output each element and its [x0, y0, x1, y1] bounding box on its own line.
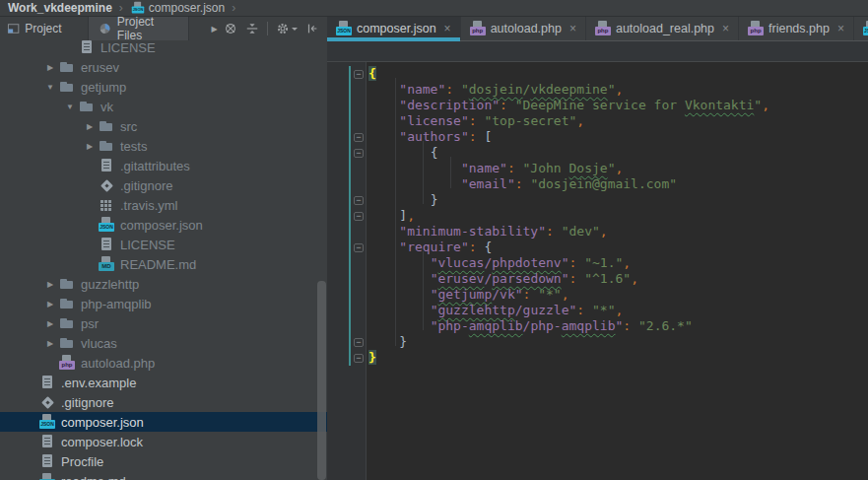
close-tab-icon[interactable]: × — [569, 24, 576, 34]
tree-item-vlucas[interactable]: ▶vlucas — [0, 333, 327, 353]
chevron-collapsed-icon[interactable]: ▶ — [41, 300, 59, 309]
tree-item-label: .gitattributes — [120, 159, 190, 173]
tree-item-php-amqplib[interactable]: ▶php-amqplib — [0, 294, 327, 313]
tree-item-label: tests — [120, 139, 147, 154]
navigation-bar: Work_vkdeepmine › composer.json › — [0, 0, 868, 17]
indent-guide — [450, 157, 451, 188]
tree-item-readme-md[interactable]: readme.md — [0, 471, 327, 480]
tree-item-composer-json[interactable]: composer.json — [0, 412, 327, 432]
breadcrumb-chevron-icon: › — [232, 1, 235, 15]
tree-item-label: vk — [100, 100, 113, 114]
project-tab-label[interactable]: Project — [25, 22, 61, 35]
close-tab-icon[interactable]: × — [444, 24, 451, 34]
chevron-collapsed-icon[interactable]: ▶ — [81, 122, 99, 131]
project-toolwindow-icon — [7, 22, 20, 35]
code-line-1: { — [368, 66, 868, 82]
tree-item--env-example[interactable]: .env.example — [0, 373, 327, 392]
fold-marker-line-10[interactable]: − — [354, 212, 364, 221]
tree-item-vk[interactable]: ▼vk — [0, 97, 327, 116]
chevron-collapsed-icon[interactable]: ▶ — [41, 280, 59, 289]
tree-item-composer-json[interactable]: composer.json — [0, 215, 327, 235]
fold-marker-line-1[interactable]: − — [354, 70, 364, 79]
tree-item-autoload-php[interactable]: autoload.php — [0, 353, 327, 373]
indent-guide — [423, 251, 424, 330]
tree-item-guzzlehttp[interactable]: ▶guzzlehttp — [0, 274, 327, 294]
chevron-collapsed-icon[interactable]: ▶ — [41, 319, 59, 328]
editor-tab-bar: composer.json×autoload.php×autoload_real… — [327, 17, 868, 41]
editor-tab-autoload-php[interactable]: autoload.php× — [461, 17, 586, 40]
fold-marker-line-12[interactable]: − — [354, 243, 364, 252]
page-file-icon — [79, 39, 95, 55]
json-file-icon — [99, 217, 114, 233]
chevron-collapsed-icon[interactable]: ▶ — [81, 142, 99, 151]
json-file-icon — [132, 2, 144, 14]
page-file-icon — [99, 158, 114, 173]
tree-item-erusev[interactable]: ▶erusev — [0, 57, 327, 77]
tree-item-readme-md[interactable]: README.md — [0, 254, 327, 274]
close-tab-icon[interactable]: × — [722, 24, 729, 34]
tree-item-composer-lock[interactable]: composer.lock — [0, 432, 327, 451]
code-line-9: } — [368, 192, 868, 208]
code-area[interactable]: { "name": "dosjein/vkdeepmine", "descrip… — [367, 62, 868, 480]
vcs-change-stripe — [349, 66, 351, 366]
tree-item-label: Procfile — [61, 454, 103, 469]
editor-pane: composer.json×autoload.php×autoload_real… — [327, 17, 868, 480]
chevron-collapsed-icon[interactable]: ▶ — [41, 63, 59, 72]
folder-icon — [79, 99, 95, 114]
tree-item-getjump[interactable]: ▼getjump — [0, 77, 327, 97]
php-file-icon — [748, 21, 764, 36]
close-tab-icon[interactable]: × — [837, 24, 844, 34]
breadcrumb-project[interactable]: Work_vkdeepmine — [8, 1, 112, 15]
tab-label: composer.json — [357, 22, 436, 35]
editor-body: −−−−−−−− { "name": "dosjein/vkdeepmine",… — [327, 62, 868, 480]
tree-item-label: erusev — [81, 60, 119, 75]
tree-item-label: getjump — [81, 80, 126, 95]
tab-label: friends.php — [768, 22, 830, 35]
tree-item-src[interactable]: ▶src — [0, 116, 327, 136]
editor-tab-autoload-real-php[interactable]: autoload_real.php× — [586, 17, 739, 40]
code-line-10: ], — [368, 208, 868, 224]
fold-marker-line-19[interactable]: − — [354, 354, 364, 363]
md-file-icon — [39, 473, 55, 480]
code-line-3: "description": "DeepMine service for Vko… — [368, 98, 868, 113]
project-panel: Project Project Files ▶ — [0, 17, 327, 480]
breadcrumb-file[interactable]: composer.json — [149, 1, 225, 15]
tree-item-psr[interactable]: ▶psr — [0, 313, 327, 333]
tree-item--gitignore[interactable]: .gitignore — [0, 175, 327, 195]
tree-item--gitattributes[interactable]: .gitattributes — [0, 156, 327, 175]
tree-item-procfile[interactable]: Procfile — [0, 451, 327, 471]
collapse-all-icon[interactable] — [245, 22, 259, 35]
chevron-collapsed-icon[interactable]: ▶ — [41, 339, 59, 348]
code-line-7: "name": "John Dosje", — [368, 161, 868, 176]
next-view-arrow-icon[interactable]: ▶ — [205, 25, 224, 34]
breadcrumb-chevron-icon: › — [119, 1, 123, 15]
editor-tab-friends-php[interactable]: friends.php× — [739, 17, 854, 40]
code-line-13: "vlucas/phpdotenv": "~1.", — [368, 255, 868, 271]
editor-tab-ver[interactable]: ver — [854, 17, 868, 40]
tree-item-label: php-amqplib — [81, 297, 152, 311]
tree-item-license[interactable]: LICENSE — [0, 235, 327, 254]
tree-item-license[interactable]: LICENSE — [0, 37, 327, 57]
code-line-4: "license": "top-secret", — [368, 113, 868, 129]
editor-tab-composer-json[interactable]: composer.json× — [327, 17, 461, 40]
yml-file-icon — [99, 197, 114, 213]
chevron-expanded-icon[interactable]: ▼ — [41, 83, 59, 92]
locate-file-icon[interactable] — [224, 22, 237, 35]
php-file-icon — [595, 21, 611, 36]
tree-item--gitignore[interactable]: .gitignore — [0, 392, 327, 412]
fold-marker-line-18[interactable]: − — [354, 338, 364, 347]
tree-item--travis-yml[interactable]: .travis.yml — [0, 195, 327, 215]
project-tree-scrollbar[interactable] — [317, 281, 326, 480]
fold-marker-line-9[interactable]: − — [354, 196, 364, 205]
tree-item-label: .travis.yml — [120, 198, 178, 213]
chevron-expanded-icon[interactable]: ▼ — [61, 103, 79, 111]
settings-gear-icon[interactable] — [276, 22, 298, 35]
fold-marker-line-6[interactable]: − — [354, 149, 364, 158]
tree-item-tests[interactable]: ▶tests — [0, 136, 327, 156]
project-tree: LICENSE▶erusev▼getjump▼vk▶src▶tests.gita… — [0, 37, 327, 480]
tree-item-label: .env.example — [61, 376, 136, 390]
fold-marker-line-5[interactable]: − — [354, 133, 364, 142]
json-file-icon — [39, 414, 55, 430]
hide-panel-icon[interactable] — [305, 22, 319, 35]
code-line-18: } — [368, 334, 868, 350]
